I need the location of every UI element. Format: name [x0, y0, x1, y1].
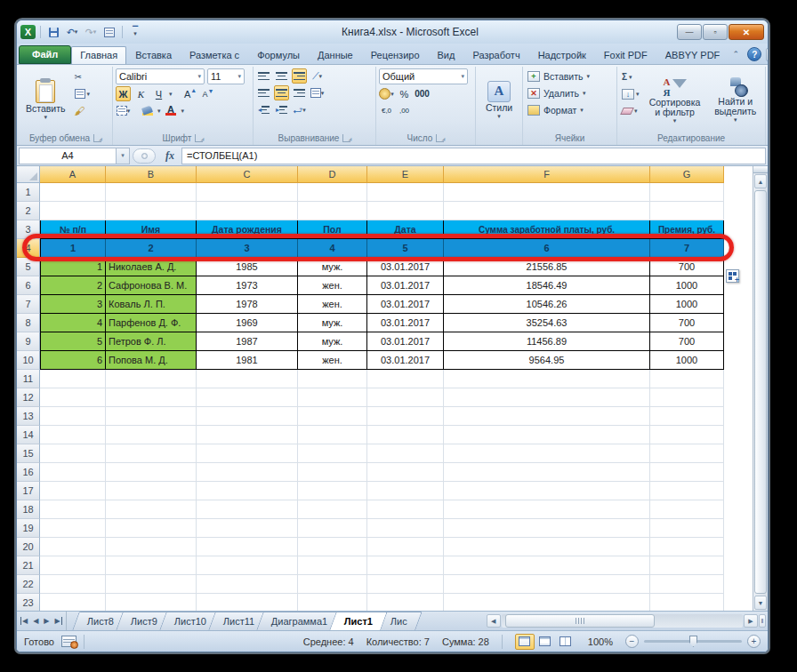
cell-F8[interactable]: 35254.63: [444, 314, 650, 332]
ribbon-tab-abbyy-pdf[interactable]: ABBYY PDF: [656, 46, 729, 64]
cell-E6[interactable]: 03.01.2017: [367, 276, 444, 295]
cell-D23[interactable]: [298, 594, 367, 611]
excel-logo-icon[interactable]: X: [20, 25, 36, 39]
cell-C9[interactable]: 1987: [197, 332, 298, 351]
cell-D5[interactable]: муж.: [298, 258, 367, 276]
align-right-button[interactable]: [292, 85, 307, 100]
cell-G13[interactable]: [650, 407, 724, 426]
cell-C5[interactable]: 1985: [197, 258, 298, 276]
cell-G21[interactable]: [650, 556, 724, 575]
styles-button[interactable]: А Стили▾: [479, 68, 519, 132]
hscroll-left-button[interactable]: ◀: [487, 614, 501, 628]
format-cells-button[interactable]: Формат▾: [526, 102, 614, 118]
cell-A23[interactable]: [40, 594, 106, 611]
zoom-out-button[interactable]: −: [625, 635, 639, 648]
minimize-button[interactable]: —: [677, 24, 702, 40]
cell-G7[interactable]: 1000: [650, 295, 724, 314]
ribbon-tab-вставка[interactable]: Вставка: [126, 46, 181, 64]
cell-F10[interactable]: 9564.95: [444, 351, 650, 370]
cell-F16[interactable]: [444, 463, 650, 482]
cell-C22[interactable]: [197, 575, 298, 594]
cell-C2[interactable]: [197, 202, 298, 220]
undo-button[interactable]: ↶▾: [64, 25, 80, 40]
cell-D1[interactable]: [298, 183, 367, 202]
ribbon-tab-разработч[interactable]: Разработч: [463, 46, 528, 64]
page-break-view-button[interactable]: [556, 634, 576, 650]
cell-G1[interactable]: [650, 183, 724, 202]
cell-D15[interactable]: [298, 444, 367, 463]
close-button[interactable]: ✕: [729, 24, 764, 40]
cell-A18[interactable]: [40, 500, 106, 519]
cell-A14[interactable]: [40, 426, 106, 444]
hscroll-track[interactable]: [502, 614, 743, 628]
select-all-corner[interactable]: [17, 166, 40, 183]
cell-D16[interactable]: [298, 463, 367, 482]
column-header-D[interactable]: D: [298, 166, 367, 183]
cell-E20[interactable]: [367, 538, 444, 556]
cell-B10[interactable]: Попова М. Д.: [106, 351, 197, 370]
cell-D4[interactable]: 4: [298, 239, 367, 258]
cell-D7[interactable]: жен.: [298, 295, 367, 314]
bold-button[interactable]: Ж: [116, 86, 131, 101]
autofill-options-button[interactable]: [726, 269, 739, 283]
cell-E12[interactable]: [367, 388, 444, 407]
row-header-13[interactable]: 13: [17, 407, 40, 426]
clipboard-dialog-launcher[interactable]: [93, 134, 101, 142]
cell-C14[interactable]: [197, 426, 298, 444]
grow-font-button[interactable]: А▲: [183, 86, 198, 101]
cell-E8[interactable]: 03.01.2017: [367, 314, 444, 332]
last-sheet-button[interactable]: ▶: [54, 617, 61, 625]
cell-F23[interactable]: [444, 594, 650, 611]
cell-D22[interactable]: [298, 575, 367, 594]
cell-G20[interactable]: [650, 538, 724, 556]
fill-button[interactable]: ↓▾: [620, 86, 641, 101]
align-left-button[interactable]: [256, 85, 271, 100]
currency-format-button[interactable]: ▾: [379, 86, 394, 101]
align-bottom-button[interactable]: [292, 68, 307, 84]
cell-E21[interactable]: [367, 556, 444, 575]
cell-A3[interactable]: № п/п: [40, 220, 106, 239]
hscroll-right-button[interactable]: ▶: [744, 614, 758, 628]
cell-C3[interactable]: Дата рождения: [197, 220, 298, 239]
row-header-2[interactable]: 2: [17, 202, 40, 220]
ribbon-tab-файл[interactable]: Файл: [19, 45, 71, 64]
cell-B14[interactable]: [106, 426, 197, 444]
cell-G17[interactable]: [650, 482, 724, 500]
cell-G23[interactable]: [650, 594, 724, 611]
cell-G22[interactable]: [650, 575, 724, 594]
horizontal-scroll-thumb[interactable]: [505, 614, 655, 628]
cell-B8[interactable]: Парфенов Д. Ф.: [106, 314, 197, 332]
cell-G3[interactable]: Премия, руб.: [650, 220, 724, 239]
cell-F22[interactable]: [444, 575, 650, 594]
paste-button[interactable]: Вставить▾: [21, 68, 70, 132]
cell-E15[interactable]: [367, 444, 444, 463]
cell-C6[interactable]: 1973: [197, 276, 298, 295]
cell-F3[interactable]: Сумма заработной платы, руб.: [444, 220, 650, 239]
row-header-20[interactable]: 20: [17, 538, 40, 556]
align-center-button[interactable]: [274, 85, 289, 100]
cell-F7[interactable]: 10546.26: [444, 295, 650, 314]
font-dialog-launcher[interactable]: [195, 134, 203, 142]
column-header-A[interactable]: A: [40, 166, 106, 183]
vertical-scrollbar[interactable]: ▲ ▼: [753, 166, 768, 611]
zoom-slider-thumb[interactable]: [689, 636, 697, 647]
row-header-9[interactable]: 9: [17, 332, 40, 351]
format-painter-button[interactable]: 🖌︎: [73, 103, 93, 118]
decrease-indent-button[interactable]: ◂: [256, 102, 271, 117]
cell-E4[interactable]: 5: [367, 239, 444, 258]
cell-C20[interactable]: [197, 538, 298, 556]
zoom-in-button[interactable]: +: [747, 635, 761, 648]
sheet-tab-лист1[interactable]: Лист1: [330, 612, 389, 630]
wrap-text-button[interactable]: ⮐▾: [292, 102, 307, 117]
cell-B18[interactable]: [106, 500, 197, 519]
cell-G6[interactable]: 1000: [650, 276, 724, 295]
insert-cells-button[interactable]: +Вставить▾: [526, 68, 614, 84]
cell-G12[interactable]: [650, 388, 724, 407]
column-header-C[interactable]: C: [197, 166, 298, 183]
ribbon-tab-разметка-с[interactable]: Разметка с: [181, 46, 248, 64]
row-header-4[interactable]: 4: [17, 239, 40, 258]
font-size-select[interactable]: 11▾: [207, 68, 245, 84]
cell-E7[interactable]: 03.01.2017: [367, 295, 444, 314]
customize-qat-button[interactable]: ▔▾: [127, 25, 143, 40]
scroll-up-button[interactable]: ▲: [754, 174, 767, 188]
